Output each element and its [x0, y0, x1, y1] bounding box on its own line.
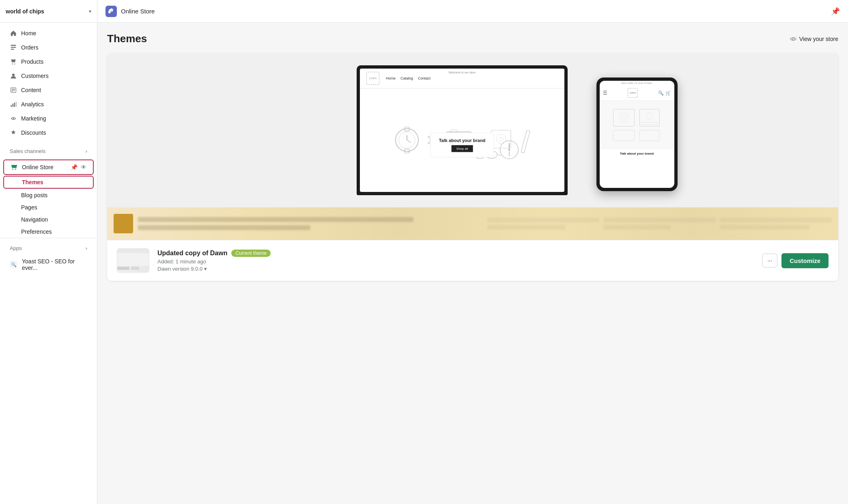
blurred-col-3 [720, 218, 832, 230]
svg-rect-12 [14, 103, 15, 107]
blurred-color-square [114, 214, 133, 233]
sidebar-item-marketing[interactable]: Marketing [3, 112, 94, 125]
view-store-button[interactable]: View your store [790, 35, 838, 43]
svg-rect-44 [641, 123, 658, 125]
page-header: Themes View your store [107, 32, 838, 45]
sidebar-item-customers[interactable]: Customers [3, 69, 94, 83]
sales-channels-header[interactable]: Sales channels › [3, 145, 94, 157]
version-dropdown-icon[interactable]: ▾ [204, 266, 207, 272]
blurred-bars [138, 217, 482, 230]
sidebar-label-orders: Orders [21, 44, 39, 51]
sidebar-label-content: Content [21, 87, 41, 93]
theme-thumbnail [117, 248, 149, 273]
svg-rect-50 [131, 267, 139, 270]
preview-area: Welcome to our store CHIPS Home Catalog [107, 53, 838, 207]
mobile-cart-icon: 🛒 [665, 90, 671, 96]
pin-icon[interactable]: 📌 [71, 164, 77, 170]
svg-point-3 [12, 63, 13, 64]
sales-channels-label: Sales channels [10, 148, 45, 154]
svg-point-14 [13, 118, 14, 119]
themes-label: Themes [22, 179, 43, 185]
sidebar-item-online-store[interactable]: Online Store 📌 👁 [3, 159, 94, 175]
theme-info-row: Updated copy of Dawn Current theme Added… [107, 240, 838, 281]
mobile-store-label: WELCOME TO OUR STORE [600, 81, 674, 86]
sidebar-label-analytics: Analytics [21, 101, 44, 108]
more-options-label: ··· [767, 257, 772, 264]
sidebar-item-products[interactable]: Products [3, 55, 94, 69]
sidebar: world of chips ▾ Home Orders Products [0, 0, 97, 504]
mobile-mockup: WELCOME TO OUR STORE ☰ CHIPS 🔍 🛒 [596, 78, 678, 191]
theme-name: Updated copy of Dawn [157, 250, 227, 257]
mobile-sketch [600, 101, 674, 149]
mobile-action-icons: 🔍 🛒 [658, 90, 671, 96]
mobile-search-icon: 🔍 [658, 90, 664, 96]
top-bar-title: Online Store [121, 8, 827, 15]
brand-overlay-text: Talk about your brand [439, 138, 486, 143]
online-store-icon [11, 164, 18, 171]
navigation-label: Navigation [21, 216, 48, 223]
sidebar-item-analytics[interactable]: Analytics [3, 97, 94, 111]
main-content: Online Store 📌 Themes View your store We… [97, 0, 848, 504]
sidebar-item-navigation[interactable]: Navigation [3, 214, 94, 225]
blurred-col-1 [487, 218, 599, 230]
blurred-bar-2 [138, 225, 310, 230]
sidebar-label-discounts: Discounts [21, 129, 46, 136]
sidebar-label-home: Home [21, 30, 36, 37]
theme-details: Updated copy of Dawn Current theme Added… [157, 250, 754, 272]
sidebar-item-orders[interactable]: Orders [3, 41, 94, 54]
eye-icon [790, 35, 797, 43]
mobile-sketch-illustration [611, 105, 663, 145]
svg-rect-0 [11, 45, 16, 46]
mobile-logo-badge: CHIPS [628, 88, 637, 98]
apps-header[interactable]: Apps › [3, 242, 94, 254]
customize-label: Customize [790, 257, 820, 264]
products-sketch: Talk about your brand Shop all [360, 103, 564, 177]
discounts-icon [10, 129, 17, 136]
sidebar-item-blog-posts[interactable]: Blog posts [3, 190, 94, 201]
mobile-menu-icon: ☰ [603, 90, 607, 96]
page-title: Themes [107, 32, 147, 45]
blurred-col-2 [603, 218, 715, 230]
blurred-bar-1 [138, 217, 413, 222]
top-bar: Online Store 📌 [97, 0, 848, 23]
desktop-mockup: Welcome to our store CHIPS Home Catalog [357, 65, 568, 195]
sidebar-item-content[interactable]: Content [3, 83, 94, 97]
store-name: world of chips [6, 8, 44, 15]
theme-thumbnail-inner [117, 249, 149, 272]
more-options-button[interactable]: ··· [762, 254, 777, 267]
sidebar-item-preferences[interactable]: Preferences [3, 226, 94, 237]
sidebar-item-pages[interactable]: Pages [3, 202, 94, 213]
theme-name-row: Updated copy of Dawn Current theme [157, 250, 754, 257]
online-store-label: Online Store [22, 164, 67, 170]
blog-posts-label: Blog posts [21, 192, 47, 198]
sidebar-item-discounts[interactable]: Discounts [3, 126, 94, 140]
theme-preview-card: Welcome to our store CHIPS Home Catalog [107, 53, 838, 281]
sidebar-label-marketing: Marketing [21, 115, 46, 122]
orders-icon [10, 44, 17, 51]
view-store-label: View your store [799, 36, 838, 42]
top-bar-pin-icon[interactable]: 📌 [831, 7, 840, 16]
svg-rect-47 [117, 249, 149, 253]
svg-point-38 [499, 137, 503, 141]
apps-label: Apps [10, 245, 22, 251]
sidebar-label-products: Products [21, 58, 43, 65]
content-icon [10, 86, 17, 94]
sidebar-label-customers: Customers [21, 73, 49, 79]
svg-rect-35 [521, 130, 530, 153]
sidebar-item-home[interactable]: Home [3, 26, 94, 40]
svg-point-43 [646, 112, 652, 119]
svg-point-32 [508, 149, 510, 151]
svg-point-5 [12, 73, 15, 76]
sidebar-item-yoast[interactable]: 🔍 Yoast SEO - SEO for ever... [3, 255, 94, 274]
customize-button[interactable]: Customize [781, 253, 829, 268]
svg-rect-2 [11, 49, 14, 50]
store-dropdown-icon: ▾ [89, 9, 91, 14]
brand-overlay: Talk about your brand Shop all [430, 133, 494, 157]
svg-rect-39 [613, 109, 634, 126]
version-row: Dawn version 9.0.0 ▾ [157, 266, 754, 272]
sidebar-item-themes[interactable]: Themes [3, 176, 94, 189]
eye-icon[interactable]: 👁 [81, 164, 86, 170]
theme-added-meta: Added: 1 minute ago [157, 258, 754, 265]
store-selector[interactable]: world of chips ▾ [0, 0, 97, 23]
svg-rect-48 [117, 254, 149, 266]
